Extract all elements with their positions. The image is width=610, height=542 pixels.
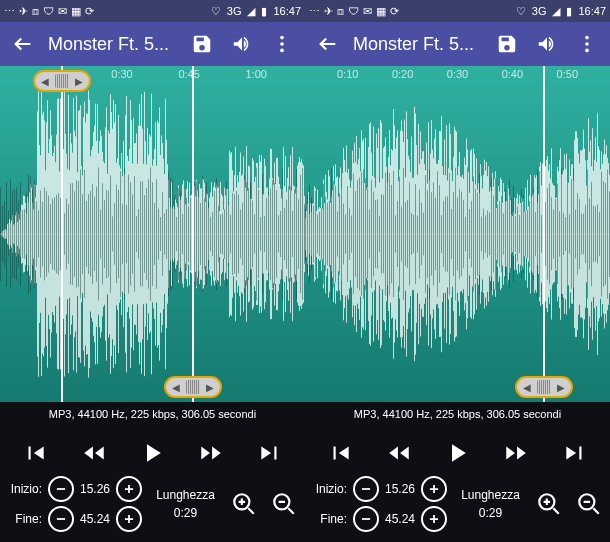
telegram-icon: ✈ <box>324 5 333 18</box>
play-button[interactable] <box>438 434 476 472</box>
start-increment-button[interactable] <box>116 476 142 502</box>
skip-next-button[interactable] <box>251 434 289 472</box>
rewind-button[interactable] <box>75 434 113 472</box>
volume-button[interactable] <box>532 29 562 59</box>
network-type: 3G <box>227 5 242 17</box>
clock: 16:47 <box>578 5 606 17</box>
length-value: 0:29 <box>174 506 197 520</box>
chevron-left-icon: ◀ <box>172 382 180 393</box>
volume-button[interactable] <box>227 29 257 59</box>
svg-point-6 <box>585 42 589 46</box>
waveform-area[interactable]: 0:10 0:20 0:30 0:40 0:50 ◀ ▶ <box>305 66 610 402</box>
status-bar: ⋯ ✈ ⧈ 🛡 ✉ ▦ ⟳ ♡ 3G ◢ ▮ 16:47 <box>0 0 305 22</box>
end-value: 45.24 <box>80 512 110 526</box>
rewind-button[interactable] <box>380 434 418 472</box>
grip-icon <box>55 74 69 88</box>
end-increment-button[interactable] <box>421 506 447 532</box>
svg-point-7 <box>585 49 589 53</box>
chevron-right-icon: ▶ <box>557 382 565 393</box>
chevron-right-icon: ▶ <box>206 382 214 393</box>
status-icons-left: ⋯ ✈ ⧈ 🛡 ✉ ▦ ⟳ <box>4 5 94 18</box>
dropbox-icon: ⧈ <box>32 5 39 18</box>
grip-icon <box>537 380 551 394</box>
end-value: 45.24 <box>385 512 415 526</box>
screen-left: ⋯ ✈ ⧈ 🛡 ✉ ▦ ⟳ ♡ 3G ◢ ▮ 16:47 Monster Ft.… <box>0 0 305 542</box>
battery-icon: ▮ <box>566 5 572 18</box>
start-decrement-button[interactable] <box>353 476 379 502</box>
gmail-icon: ✉ <box>58 5 67 18</box>
calendar-icon: ▦ <box>376 5 386 18</box>
zoom-out-button[interactable] <box>269 489 299 519</box>
waveform-area[interactable]: 0:15 0:30 0:45 1:00 ◀ ▶ ◀ ▶ <box>0 66 305 402</box>
heart-icon: ♡ <box>516 5 526 18</box>
battery-icon: ▮ <box>261 5 267 18</box>
signal-icon: ◢ <box>247 5 255 18</box>
clock: 16:47 <box>273 5 301 17</box>
length-label: Lunghezza <box>156 488 215 502</box>
start-handle[interactable]: ◀ ▶ <box>33 70 91 92</box>
skip-previous-button[interactable] <box>16 434 54 472</box>
end-label: Fine: <box>311 512 347 526</box>
sync-icon: ⟳ <box>390 5 399 18</box>
app-bar: Monster Ft. 5... <box>0 22 305 66</box>
selection-end-marker[interactable]: ◀ ▶ <box>543 66 545 402</box>
length-value: 0:29 <box>479 506 502 520</box>
back-button[interactable] <box>8 29 38 59</box>
overflow-menu[interactable] <box>267 29 297 59</box>
heart-icon: ♡ <box>211 5 221 18</box>
save-button[interactable] <box>187 29 217 59</box>
zoom-in-button[interactable] <box>534 489 564 519</box>
start-decrement-button[interactable] <box>48 476 74 502</box>
start-value: 15.26 <box>80 482 110 496</box>
end-increment-button[interactable] <box>116 506 142 532</box>
svg-point-5 <box>585 36 589 40</box>
end-handle[interactable]: ◀ ▶ <box>164 376 222 398</box>
zoom-out-button[interactable] <box>574 489 604 519</box>
more-icon: ⋯ <box>309 5 320 18</box>
sync-icon: ⟳ <box>85 5 94 18</box>
start-label: Inizio: <box>311 482 347 496</box>
grip-icon <box>186 380 200 394</box>
play-button[interactable] <box>133 434 171 472</box>
app-bar: Monster Ft. 5... <box>305 22 610 66</box>
start-label: Inizio: <box>6 482 42 496</box>
more-icon: ⋯ <box>4 5 15 18</box>
chevron-right-icon: ▶ <box>75 76 83 87</box>
end-label: Fine: <box>6 512 42 526</box>
transport-panel: Inizio: 15.26 Fine: 45.24 Lunghezza 0:29 <box>305 428 610 542</box>
svg-point-0 <box>280 36 284 40</box>
status-icons-right: ♡ 3G ◢ ▮ 16:47 <box>516 5 606 18</box>
shield-icon: 🛡 <box>348 5 359 17</box>
length-label: Lunghezza <box>461 488 520 502</box>
shield-icon: 🛡 <box>43 5 54 17</box>
status-bar: ⋯ ✈ ⧈ 🛡 ✉ ▦ ⟳ ♡ 3G ◢ ▮ 16:47 <box>305 0 610 22</box>
end-decrement-button[interactable] <box>353 506 379 532</box>
skip-next-button[interactable] <box>556 434 594 472</box>
selection-start-marker[interactable]: ◀ ▶ <box>61 66 63 402</box>
overflow-menu[interactable] <box>572 29 602 59</box>
start-increment-button[interactable] <box>421 476 447 502</box>
selection-end-marker[interactable]: ◀ ▶ <box>192 66 194 402</box>
skip-previous-button[interactable] <box>321 434 359 472</box>
network-type: 3G <box>532 5 547 17</box>
telegram-icon: ✈ <box>19 5 28 18</box>
fast-forward-button[interactable] <box>497 434 535 472</box>
zoom-in-button[interactable] <box>229 489 259 519</box>
status-icons-left: ⋯ ✈ ⧈ 🛡 ✉ ▦ ⟳ <box>309 5 399 18</box>
status-icons-right: ♡ 3G ◢ ▮ 16:47 <box>211 5 301 18</box>
dropbox-icon: ⧈ <box>337 5 344 18</box>
waveform-midline <box>305 234 610 235</box>
chevron-left-icon: ◀ <box>41 76 49 87</box>
end-decrement-button[interactable] <box>48 506 74 532</box>
fast-forward-button[interactable] <box>192 434 230 472</box>
back-button[interactable] <box>313 29 343 59</box>
calendar-icon: ▦ <box>71 5 81 18</box>
chevron-left-icon: ◀ <box>523 382 531 393</box>
signal-icon: ◢ <box>552 5 560 18</box>
end-handle[interactable]: ◀ ▶ <box>515 376 573 398</box>
svg-point-1 <box>280 42 284 46</box>
start-value: 15.26 <box>385 482 415 496</box>
song-title: Monster Ft. 5... <box>48 34 177 55</box>
file-info: MP3, 44100 Hz, 225 kbps, 306.05 secondi <box>305 402 610 428</box>
save-button[interactable] <box>492 29 522 59</box>
